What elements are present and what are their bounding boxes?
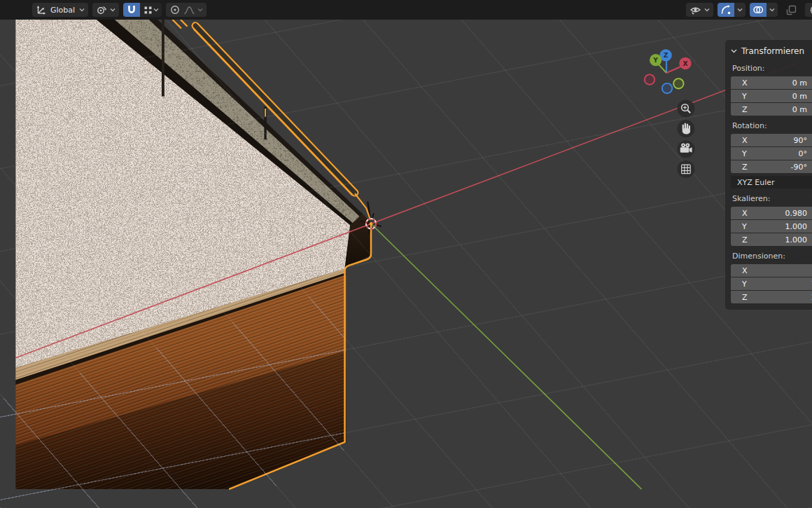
navigation-gizmo[interactable]: Z Y X: [645, 49, 692, 93]
viewport-nav-buttons: [677, 99, 694, 178]
rotation-z-field[interactable]: Z-90°: [731, 160, 812, 173]
field-value: 1.000: [785, 235, 812, 245]
falloff-curve-icon: [183, 5, 195, 15]
orientation-label: Global: [49, 6, 76, 15]
snap-toggle-button[interactable]: [123, 3, 140, 17]
section-label-scale: Skalieren:: [732, 194, 812, 204]
rotation-x-field[interactable]: X90°: [731, 134, 812, 146]
field-value: 0 m: [792, 92, 812, 101]
scale-x-field[interactable]: X0.980: [731, 207, 812, 219]
orientation-global-icon: [36, 5, 46, 15]
gizmos-toggle-button[interactable]: [718, 3, 734, 17]
proportional-editing-group: [166, 3, 206, 17]
transform-orientation-dropdown[interactable]: Global: [32, 3, 88, 17]
chevron-down-icon: [79, 8, 85, 12]
axis-label: X: [742, 209, 748, 218]
field-value: 0 m: [792, 78, 812, 88]
field-value: 1.000: [785, 222, 812, 231]
snap-magnet-icon: [126, 4, 137, 15]
axis-label: Z: [742, 235, 748, 245]
xray-toggle-button[interactable]: [782, 3, 801, 17]
dimensions-x-field[interactable]: X: [731, 264, 812, 277]
gizmos-icon: [720, 4, 732, 15]
axis-label: Y: [742, 149, 747, 158]
gizmos-dropdown[interactable]: [734, 3, 746, 17]
panel-header[interactable]: Transformieren: [731, 44, 812, 58]
axis-label: Z: [742, 293, 748, 302]
position-z-field[interactable]: Z0 m: [731, 103, 812, 116]
panel-title: Transformieren: [741, 46, 804, 56]
dimensions-y-field[interactable]: Y7: [731, 277, 812, 290]
field-value: 0 m: [792, 105, 812, 114]
shading-mode-group: [805, 3, 812, 17]
shading-wireframe-icon[interactable]: [809, 4, 812, 16]
section-label-position: Position:: [732, 64, 812, 74]
field-value: 90°: [794, 136, 812, 145]
proportional-editing-toggle[interactable]: [169, 4, 181, 15]
chevron-down-icon: [731, 49, 737, 53]
zoom-button-bg[interactable]: [677, 99, 694, 117]
viewport-overlays: Z Y X: [0, 20, 812, 508]
axis-label: Z: [742, 163, 748, 172]
falloff-curve-dropdown[interactable]: [183, 5, 203, 15]
axis-label: Z: [742, 105, 748, 114]
axis-label: Y: [742, 92, 747, 101]
axis-label: X: [742, 136, 748, 145]
blender-window: Z Y X: [0, 0, 812, 508]
rotation-mode-dropdown[interactable]: XYZ Euler: [731, 176, 812, 188]
gizmo-minus-z-axis[interactable]: [662, 83, 672, 93]
axis-label: Y: [742, 280, 747, 289]
chevron-down-icon: [153, 8, 159, 12]
proportional-editing-icon: [169, 4, 181, 15]
chevron-down-icon: [110, 8, 115, 12]
rotation-y-field[interactable]: Y0°: [731, 147, 812, 160]
gizmo-x-label: X: [682, 60, 687, 67]
scale-y-field[interactable]: Y1.000: [731, 220, 812, 233]
dimensions-z-field[interactable]: Z2: [731, 291, 812, 303]
position-x-field[interactable]: X0 m: [731, 76, 812, 89]
gizmo-minus-x-axis[interactable]: [645, 74, 654, 84]
scale-z-field[interactable]: Z1.000: [731, 233, 812, 246]
snap-increment-icon: [143, 5, 153, 15]
field-value: -90°: [791, 163, 812, 172]
pivot-point-dropdown[interactable]: [92, 3, 119, 17]
section-label-rotation: Rotation:: [732, 121, 812, 131]
transform-sidebar-panel: Transformieren Position: X0 m Y0 m Z0 m …: [725, 40, 812, 310]
gizmo-minus-y-axis[interactable]: [673, 78, 683, 88]
eye-visibility-icon: [690, 5, 701, 15]
field-value: 0°: [799, 149, 812, 158]
chevron-down-icon: [197, 8, 203, 12]
ortho-toggle-button-bg[interactable]: [677, 160, 694, 178]
overlays-dropdown[interactable]: [766, 3, 778, 17]
xray-icon: [785, 4, 797, 16]
viewport-3d[interactable]: Z Y X: [0, 20, 812, 508]
chevron-down-icon: [737, 8, 743, 12]
axis-label: X: [742, 78, 748, 88]
overlays-toggle-button[interactable]: [750, 3, 766, 17]
pivot-point-icon: [96, 4, 107, 15]
axis-label: X: [742, 266, 748, 275]
field-value: 0.980: [785, 209, 812, 218]
snap-with-dropdown[interactable]: [140, 3, 162, 17]
overlays-icon: [752, 4, 764, 15]
position-y-field[interactable]: Y0 m: [731, 90, 812, 102]
chevron-down-icon: [769, 8, 775, 12]
object-visibility-dropdown[interactable]: [686, 3, 713, 17]
chevron-down-icon: [704, 8, 710, 12]
viewport-header-toolbar: Global: [0, 0, 812, 20]
gizmo-y-label: Y: [652, 57, 658, 64]
gizmo-z-label: Z: [664, 52, 668, 59]
axis-label: Y: [742, 222, 747, 231]
section-label-dimensions: Dimensionen:: [732, 252, 812, 261]
